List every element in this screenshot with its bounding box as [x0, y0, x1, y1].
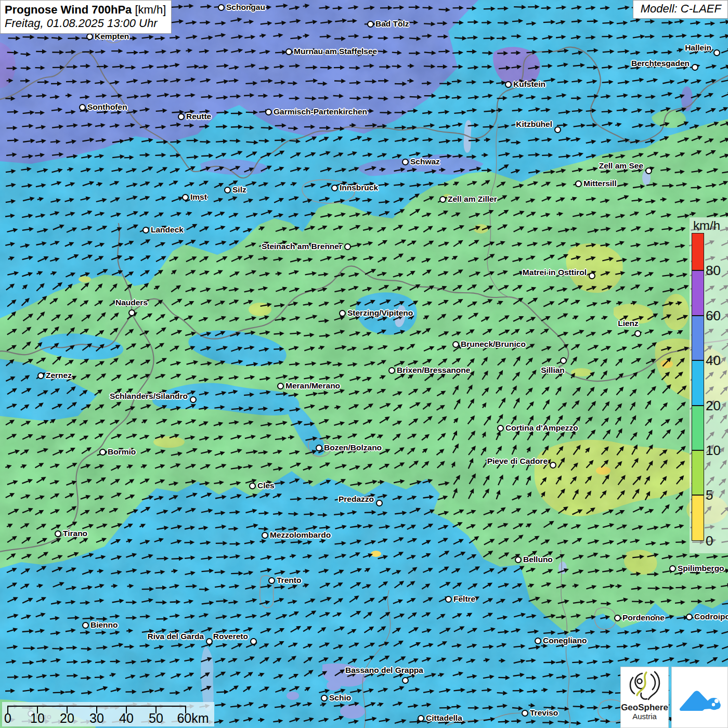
legend-tick-label: 10 — [706, 443, 721, 459]
scale-number: 0 — [4, 711, 11, 726]
scale-number: 50 — [149, 711, 163, 726]
mountain-cloud-icon — [677, 679, 723, 716]
legend-segment — [692, 450, 704, 495]
mountain-cloud-logo-box — [671, 667, 728, 728]
model-label: Modell: C-LAEF — [641, 2, 721, 15]
scale-number: 60km — [177, 711, 209, 726]
legend-segment — [692, 233, 704, 270]
scale-number: 40 — [119, 711, 134, 726]
scale-number: 10 — [30, 711, 45, 726]
color-legend: km/h 806040201050 — [690, 217, 728, 553]
wind-arrow-field — [0, 0, 728, 728]
legend-tick-label: 80 — [706, 263, 721, 279]
legend-segment — [692, 360, 704, 406]
geosphere-logo-icon — [627, 670, 663, 703]
scale-number: 30 — [89, 711, 104, 726]
model-box: Modell: C-LAEF — [633, 0, 728, 19]
wind-forecast-map: SchongauBad TölzKemptenMurnau am Staffel… — [0, 0, 728, 728]
scale-number: 20 — [60, 711, 74, 726]
title-box: Prognose Wind 700hPa [km/h] Freitag, 01.… — [0, 0, 172, 34]
legend-unit-label: km/h — [693, 218, 720, 233]
title-unit: [km/h] — [132, 3, 166, 16]
distance-scale-bar: 0102030405060km — [2, 702, 214, 726]
geosphere-name: GeoSphere — [621, 703, 668, 712]
legend-segment — [692, 495, 704, 541]
map-valid-time: Freitag, 01.08.2025 13:00 Uhr — [5, 17, 166, 30]
geosphere-country: Austria — [621, 712, 668, 721]
map-title: Prognose Wind 700hPa [km/h] — [5, 3, 166, 17]
legend-segment — [692, 316, 704, 360]
legend-tick-label: 5 — [706, 487, 713, 503]
legend-tick-label: 0 — [706, 533, 713, 549]
legend-segment — [692, 406, 704, 450]
title-parameter: Prognose Wind 700hPa — [5, 3, 132, 16]
geosphere-logo-box: GeoSphere Austria — [620, 667, 669, 728]
legend-tick-label: 40 — [706, 353, 721, 369]
legend-segment — [692, 270, 704, 316]
legend-tick-label: 20 — [706, 398, 721, 414]
legend-tick-label: 60 — [706, 308, 721, 324]
